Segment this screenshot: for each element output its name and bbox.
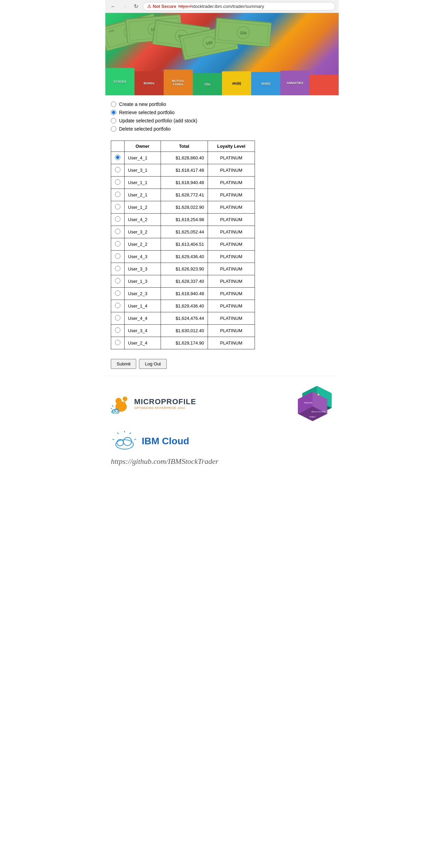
total-cell: $1,625,052.44 — [161, 226, 208, 238]
row-radio[interactable] — [115, 179, 120, 185]
loyalty-cell: PLATINUM — [208, 189, 255, 201]
table-row[interactable]: User_3_2$1,625,052.44PLATINUM — [111, 226, 255, 238]
row-radio[interactable] — [115, 241, 120, 246]
table-row[interactable]: User_3_4$1,630,012.40PLATINUM — [111, 325, 255, 337]
mp-subtitle: OPTIMIZING ENTERPRISE JAVA — [134, 406, 196, 410]
browser-chrome: ← → ↻ Not Secure https://stocktrader.ibm… — [105, 0, 339, 13]
delete-option[interactable]: Delete selected portfolio — [111, 126, 333, 132]
owner-cell: User_1_4 — [125, 300, 161, 312]
retrieve-option[interactable]: Retrieve selected portfolio — [111, 110, 333, 115]
row-radio[interactable] — [115, 229, 120, 234]
total-cell: $1,630,012.40 — [161, 325, 208, 337]
row-select-cell[interactable] — [111, 312, 125, 325]
row-select-cell[interactable] — [111, 214, 125, 226]
bill-5: 100 — [214, 17, 271, 46]
create-option[interactable]: Create a new portfolio — [111, 101, 333, 107]
retrieve-radio[interactable] — [111, 110, 116, 115]
row-radio[interactable] — [115, 167, 120, 172]
table-row[interactable]: User_3_1$1,618,417.48PLATINUM — [111, 164, 255, 177]
row-radio[interactable] — [115, 192, 120, 197]
table-row[interactable]: User_4_4$1,624,476.44PLATINUM — [111, 312, 255, 325]
mp-title: MICROPROFILE — [134, 397, 196, 406]
table-header-row: Owner Total Loyalty Level — [111, 141, 255, 152]
table-row[interactable]: User_2_2$1,613,404.51PLATINUM — [111, 238, 255, 251]
row-radio[interactable] — [115, 340, 120, 345]
row-select-cell[interactable] — [111, 189, 125, 201]
table-row[interactable]: User_2_4$1,629,174.90PLATINUM — [111, 337, 255, 349]
total-cell: $1,628,860.40 — [161, 152, 208, 164]
col-total-header: Total — [161, 141, 208, 152]
owner-cell: User_3_1 — [125, 164, 161, 177]
delete-radio[interactable] — [111, 126, 116, 132]
refresh-button[interactable]: ↻ — [132, 2, 140, 10]
row-radio[interactable] — [115, 253, 120, 259]
table-row[interactable]: User_1_4$1,629,436.40PLATINUM — [111, 300, 255, 312]
row-select-cell[interactable] — [111, 263, 125, 275]
row-select-cell[interactable] — [111, 152, 125, 164]
owner-cell: User_4_4 — [125, 312, 161, 325]
delete-label: Delete selected portfolio — [119, 126, 171, 132]
loyalty-cell: PLATINUM — [208, 226, 255, 238]
table-row[interactable]: User_1_3$1,628,337.40PLATINUM — [111, 275, 255, 288]
row-select-cell[interactable] — [111, 300, 125, 312]
loyalty-cell: PLATINUM — [208, 312, 255, 325]
svg-point-50 — [124, 437, 132, 446]
total-cell: $1,629,174.90 — [161, 337, 208, 349]
row-radio[interactable] — [115, 303, 120, 308]
table-row[interactable]: User_2_3$1,618,940.48PLATINUM — [111, 288, 255, 300]
row-select-cell[interactable] — [111, 177, 125, 189]
owner-cell: User_2_4 — [125, 337, 161, 349]
table-row[interactable]: User_4_1$1,628,860.40PLATINUM — [111, 152, 255, 164]
row-select-cell[interactable] — [111, 251, 125, 263]
forward-button[interactable]: → — [120, 3, 129, 10]
svg-text:MULTI-CLOUD: MULTI-CLOUD — [312, 411, 326, 413]
owner-cell: User_3_2 — [125, 226, 161, 238]
401k-tab: 401(k) — [222, 71, 251, 95]
table-row[interactable]: User_4_3$1,629,436.40PLATINUM — [111, 251, 255, 263]
row-select-cell[interactable] — [111, 226, 125, 238]
github-url[interactable]: https://github.com/IBMStockTrader — [111, 457, 333, 466]
row-select-cell[interactable] — [111, 337, 125, 349]
row-select-cell[interactable] — [111, 201, 125, 214]
row-select-cell[interactable] — [111, 288, 125, 300]
row-radio[interactable] — [115, 290, 120, 296]
svg-text:PRIVATE: PRIVATE — [304, 402, 313, 404]
loyalty-cell: PLATINUM — [208, 300, 255, 312]
owner-cell: User_4_2 — [125, 214, 161, 226]
row-radio[interactable] — [115, 266, 120, 271]
submit-button[interactable]: Submit — [111, 359, 136, 369]
table-row[interactable]: User_1_1$1,618,940.48PLATINUM — [111, 177, 255, 189]
row-radio[interactable] — [115, 327, 120, 333]
row-select-cell[interactable] — [111, 325, 125, 337]
svg-text:🏠: 🏠 — [317, 393, 320, 396]
total-cell: $1,619,254.98 — [161, 214, 208, 226]
total-cell: $1,628,337.40 — [161, 275, 208, 288]
row-radio[interactable] — [115, 204, 120, 209]
svg-point-24 — [123, 397, 128, 401]
row-select-cell[interactable] — [111, 164, 125, 177]
row-select-cell[interactable] — [111, 238, 125, 251]
table-row[interactable]: User_1_2$1,628,022.90PLATINUM — [111, 201, 255, 214]
row-radio[interactable] — [115, 155, 120, 160]
total-cell: $1,626,923.90 — [161, 263, 208, 275]
owner-cell: User_3_4 — [125, 325, 161, 337]
table-row[interactable]: User_2_1$1,628,772.41PLATINUM — [111, 189, 255, 201]
create-radio[interactable] — [111, 101, 116, 107]
address-bar[interactable]: Not Secure https://stocktrader.ibm.com/t… — [143, 2, 335, 11]
logout-button[interactable]: Log Out — [139, 359, 166, 369]
loyalty-cell: PLATINUM — [208, 288, 255, 300]
update-option[interactable]: Update selected portfolio (add stock) — [111, 118, 333, 123]
table-row[interactable]: User_4_2$1,619,254.98PLATINUM — [111, 214, 255, 226]
row-select-cell[interactable] — [111, 275, 125, 288]
row-radio[interactable] — [115, 216, 120, 222]
svg-line-29 — [112, 405, 114, 407]
hero-image: 100 FRB 100 100 100 — [105, 13, 339, 95]
row-radio[interactable] — [115, 315, 120, 321]
table-row[interactable]: User_3_3$1,626,923.90PLATINUM — [111, 263, 255, 275]
total-cell: $1,628,022.90 — [161, 201, 208, 214]
row-radio[interactable] — [115, 278, 120, 284]
update-radio[interactable] — [111, 118, 116, 123]
owner-cell: User_1_3 — [125, 275, 161, 288]
portfolio-table: Owner Total Loyalty Level User_4_1$1,628… — [111, 141, 255, 349]
back-button[interactable]: ← — [109, 3, 118, 10]
